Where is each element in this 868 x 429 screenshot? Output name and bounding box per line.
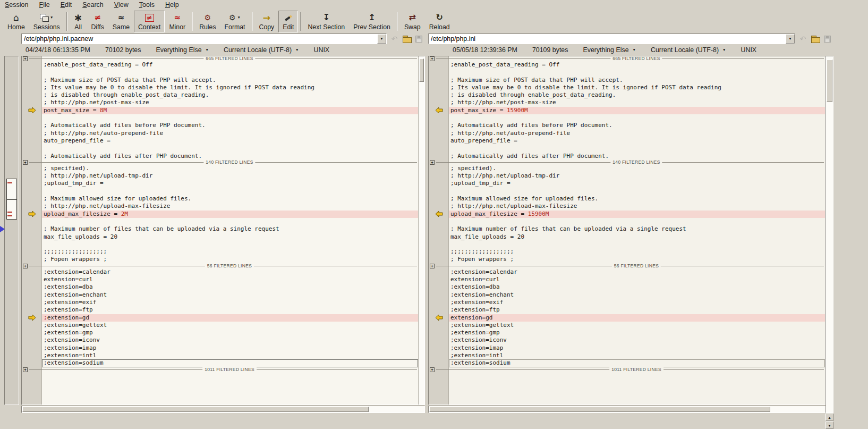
code-line[interactable] [429,114,825,122]
expand-filtered-button[interactable]: + [23,160,28,165]
code-line[interactable]: ;extension=ftp [22,306,418,314]
menu-help[interactable]: Help [160,1,184,10]
diff-line[interactable]: extension=gd [429,314,825,322]
code-line[interactable]: ;extension=gmp [22,329,418,337]
diff-marker-icon[interactable] [28,107,36,113]
code-line[interactable]: ;extension=exif [22,299,418,306]
folder-open-button[interactable] [401,33,413,44]
diff-line[interactable]: post_max_size = 15900M [429,107,825,114]
save-button[interactable] [821,33,833,44]
expand-filtered-button[interactable]: + [430,160,435,165]
right-pane-horizontal-scrollbar[interactable] [428,406,826,413]
code-line[interactable]: ;extension=gettext [429,322,825,329]
code-line[interactable]: ; http://php.net/auto-prepend-file [22,130,418,137]
folder-open-button[interactable] [809,33,821,44]
code-line[interactable]: ; Maximum number of files that can be up… [22,225,418,233]
left-file-path-input[interactable] [22,34,377,44]
diff-line[interactable]: ;extension=gd [22,314,418,322]
right-text-area[interactable]: +665 FILTERED LINES;enable_post_data_rea… [429,56,825,405]
code-line[interactable] [429,188,825,195]
diff-marker-icon[interactable] [28,211,36,217]
diff-marker-icon[interactable] [435,315,443,321]
code-line[interactable]: auto_prepend_file = [22,137,418,145]
code-line[interactable]: ; Maximum number of files that can be up… [429,225,825,233]
code-line[interactable]: ; Fopen wrappers ; [429,256,825,263]
code-line[interactable]: ; Its value may be 0 to disable the limi… [429,84,825,91]
home-button[interactable]: ⌂Home [3,11,29,32]
code-line[interactable]: ;enable_post_data_reading = Off [429,61,825,69]
code-line[interactable]: ;extension=imap [22,344,418,352]
code-line[interactable]: ;extension=ftp [429,306,825,314]
scroll-down-button[interactable]: ▼ [826,422,833,429]
context-button[interactable]: ≠Context [134,11,165,32]
scrollbar-thumb[interactable] [429,407,770,412]
right-file-path-input[interactable] [429,34,786,44]
code-line[interactable]: ; Maximum allowed size for uploaded file… [22,195,418,203]
code-line[interactable]: ;extension=dba [429,283,825,291]
code-line[interactable] [22,69,418,76]
expand-filtered-button[interactable]: + [430,56,435,61]
code-line[interactable]: auto_prepend_file = [429,137,825,145]
menu-session[interactable]: Session [3,1,33,10]
code-line[interactable]: ; specified). [429,165,825,172]
code-line[interactable]: ;extension=intl [429,352,825,359]
code-line[interactable]: ; Maximum allowed size for uploaded file… [429,195,825,203]
scrollbar-thumb[interactable] [827,60,832,102]
code-line[interactable] [22,114,418,122]
code-line[interactable]: ;extension=dba [22,283,418,291]
save-button[interactable] [413,33,425,44]
code-line[interactable]: ; http://php.net/post-max-size [22,99,418,106]
code-line[interactable]: ;;;;;;;;;;;;;;;;;; [22,248,418,256]
code-line[interactable]: ;extension=iconv [22,337,418,344]
menu-view[interactable]: View [109,1,134,10]
code-line[interactable]: ;extension=gmp [429,329,825,337]
code-line[interactable]: ;extension=calendar [429,268,825,276]
code-line[interactable]: ; http://php.net/upload-max-filesize [22,203,418,210]
expand-filtered-button[interactable]: + [430,264,435,268]
right-encoding-dropdown[interactable]: Current Locale (UTF-8) ▼ [651,46,726,54]
code-line[interactable]: ; Maximum size of POST data that PHP wil… [22,77,418,84]
code-line[interactable]: max_file_uploads = 20 [429,233,825,241]
sessions-button[interactable]: ▼Sessions [29,11,64,32]
code-line[interactable]: ; http://php.net/upload-tmp-dir [22,172,418,180]
code-line[interactable]: ; http://php.net/auto-prepend-file [429,130,825,137]
diff-line[interactable]: upload_max_filesize = 2M [22,211,418,218]
diff-line[interactable]: post_max_size = 8M [22,107,418,114]
code-line[interactable]: ; Automatically add files after PHP docu… [429,153,825,160]
code-line[interactable]: ; http://php.net/post-max-size [429,99,825,106]
code-line[interactable] [429,218,825,225]
right-format-dropdown[interactable]: Everything Else ▼ [583,46,636,54]
right-pane-vertical-scrollbar[interactable] [826,56,833,413]
code-line[interactable]: ;upload_tmp_dir = [429,180,825,187]
code-line[interactable] [22,145,418,152]
left-format-dropdown[interactable]: Everything Else ▼ [156,46,209,54]
code-line[interactable]: ;extension=sodium [22,359,418,367]
left-pane-vertical-scrollbar[interactable] [418,56,424,405]
expand-filtered-button[interactable]: + [23,56,28,61]
code-line[interactable]: ;extension=intl [22,352,418,359]
code-line[interactable]: ;extension=enchant [22,291,418,299]
code-line[interactable] [429,69,825,76]
swap-button[interactable]: ⇄Swap [400,11,425,32]
left-encoding-dropdown[interactable]: Current Locale (UTF-8) ▼ [224,46,299,54]
code-line[interactable]: ;extension=calendar [22,268,418,276]
expand-filtered-button[interactable]: + [430,367,435,372]
diff-marker-icon[interactable] [435,107,443,113]
code-line[interactable]: ;enable_post_data_reading = Off [22,61,418,69]
left-text-area[interactable]: +665 FILTERED LINES;enable_post_data_rea… [22,56,418,405]
code-line[interactable] [22,241,418,248]
code-line[interactable]: max_file_uploads = 20 [22,233,418,241]
code-line[interactable]: ;extension=sodium [429,359,825,367]
all-button[interactable]: ∗All [70,11,87,32]
diff-line[interactable]: upload_max_filesize = 15900M [429,211,825,218]
diffs-button[interactable]: ≠Diffs [87,11,108,32]
rules-button[interactable]: ⚙Rules [195,11,220,32]
code-line[interactable]: ; http://php.net/upload-max-filesize [429,203,825,210]
menu-file[interactable]: File [33,1,55,10]
menu-search[interactable]: Search [77,1,109,10]
code-line[interactable]: ; Automatically add files after PHP docu… [22,153,418,160]
overview-viewport-box[interactable] [6,179,17,220]
code-line[interactable]: ;extension=iconv [429,337,825,344]
reload-button[interactable]: ↻Reload [425,11,454,32]
code-line[interactable]: ; Automatically add files before PHP doc… [22,122,418,129]
